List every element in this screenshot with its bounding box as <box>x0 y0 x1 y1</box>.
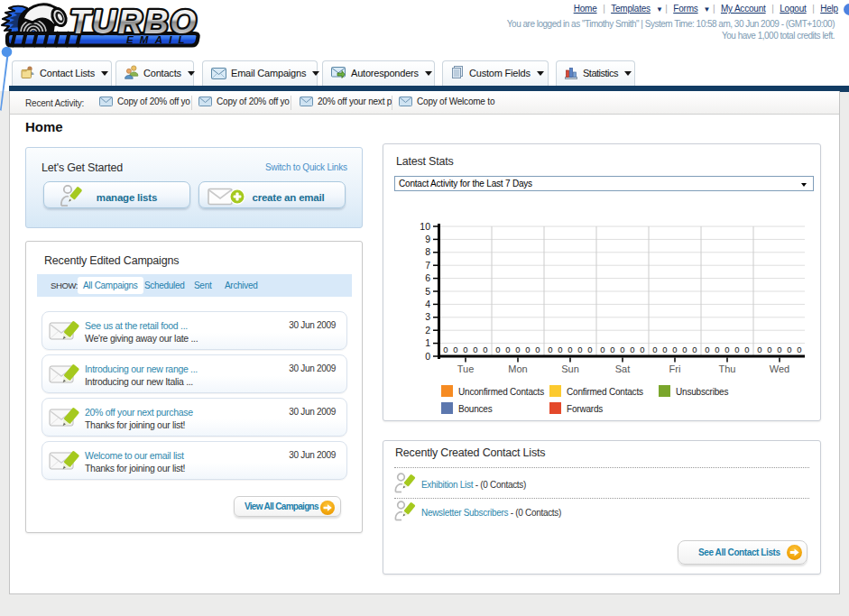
svg-text:0: 0 <box>724 345 729 354</box>
svg-text:7: 7 <box>425 260 430 271</box>
svg-text:3: 3 <box>425 311 430 322</box>
svg-text:Wed: Wed <box>770 363 789 374</box>
svg-text:0: 0 <box>797 345 801 354</box>
svg-text:0: 0 <box>463 345 467 354</box>
svg-text:0: 0 <box>577 345 582 354</box>
svg-text:0: 0 <box>682 345 687 354</box>
svg-text:5: 5 <box>425 286 430 297</box>
svg-text:2: 2 <box>425 325 430 336</box>
svg-text:0: 0 <box>610 345 614 354</box>
svg-text:0: 0 <box>715 345 719 354</box>
svg-text:0: 0 <box>777 345 781 354</box>
svg-text:0: 0 <box>587 345 592 354</box>
svg-text:Thu: Thu <box>719 363 736 374</box>
svg-text:0: 0 <box>443 345 448 354</box>
svg-text:0: 0 <box>787 345 791 354</box>
svg-text:0: 0 <box>600 345 604 354</box>
svg-text:6: 6 <box>425 272 430 283</box>
svg-text:Fri: Fri <box>669 363 681 374</box>
svg-text:0: 0 <box>473 345 477 354</box>
svg-text:0: 0 <box>425 351 430 362</box>
svg-text:0: 0 <box>662 345 667 354</box>
svg-text:8: 8 <box>425 246 430 257</box>
svg-text:0: 0 <box>692 345 697 354</box>
svg-text:0: 0 <box>652 345 657 354</box>
svg-text:4: 4 <box>425 299 430 309</box>
svg-text:0: 0 <box>453 345 457 354</box>
svg-text:0: 0 <box>757 345 761 354</box>
svg-text:0: 0 <box>515 345 520 354</box>
svg-text:0: 0 <box>535 345 540 354</box>
svg-text:0: 0 <box>640 345 644 354</box>
svg-text:10: 10 <box>420 221 430 232</box>
svg-text:Mon: Mon <box>508 363 527 374</box>
svg-text:Sun: Sun <box>561 363 579 374</box>
svg-text:0: 0 <box>568 345 572 354</box>
svg-text:0: 0 <box>672 345 677 354</box>
svg-text:1: 1 <box>425 337 430 348</box>
svg-text:0: 0 <box>483 345 487 354</box>
svg-text:0: 0 <box>495 345 500 354</box>
svg-text:TURBO: TURBO <box>69 4 198 41</box>
svg-text:0: 0 <box>558 345 562 354</box>
svg-text:0: 0 <box>734 345 739 354</box>
svg-text:0: 0 <box>630 345 634 354</box>
svg-text:0: 0 <box>505 345 510 354</box>
svg-text:9: 9 <box>425 234 430 244</box>
svg-text:Tue: Tue <box>457 363 475 374</box>
svg-text:Sat: Sat <box>615 363 631 374</box>
svg-text:0: 0 <box>548 345 552 354</box>
svg-text:0: 0 <box>525 345 530 354</box>
svg-text:0: 0 <box>705 345 709 354</box>
svg-text:0: 0 <box>744 345 749 354</box>
svg-text:0: 0 <box>767 345 771 354</box>
svg-text:0: 0 <box>620 345 624 354</box>
